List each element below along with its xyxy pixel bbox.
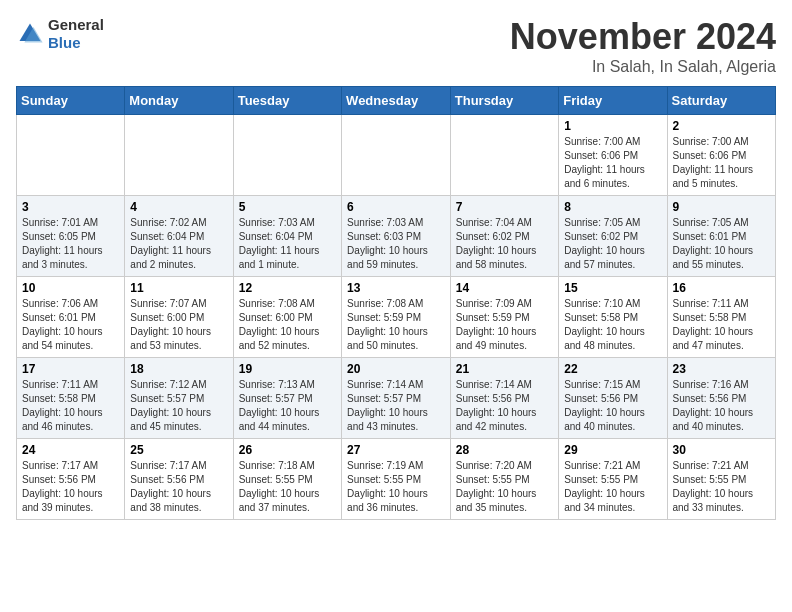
day-info: Sunrise: 7:01 AM Sunset: 6:05 PM Dayligh…: [22, 216, 119, 272]
day-info: Sunrise: 7:15 AM Sunset: 5:56 PM Dayligh…: [564, 378, 661, 434]
day-info: Sunrise: 7:04 AM Sunset: 6:02 PM Dayligh…: [456, 216, 553, 272]
day-info: Sunrise: 7:00 AM Sunset: 6:06 PM Dayligh…: [564, 135, 661, 191]
day-number: 2: [673, 119, 771, 133]
calendar-cell: [125, 115, 233, 196]
title-section: November 2024 In Salah, In Salah, Algeri…: [510, 16, 776, 76]
calendar-cell: 1Sunrise: 7:00 AM Sunset: 6:06 PM Daylig…: [559, 115, 667, 196]
calendar-cell: 3Sunrise: 7:01 AM Sunset: 6:05 PM Daylig…: [17, 196, 125, 277]
calendar-cell: 11Sunrise: 7:07 AM Sunset: 6:00 PM Dayli…: [125, 277, 233, 358]
day-info: Sunrise: 7:18 AM Sunset: 5:55 PM Dayligh…: [239, 459, 336, 515]
weekday-header-thursday: Thursday: [450, 87, 558, 115]
day-number: 17: [22, 362, 119, 376]
day-info: Sunrise: 7:19 AM Sunset: 5:55 PM Dayligh…: [347, 459, 445, 515]
day-number: 14: [456, 281, 553, 295]
day-number: 26: [239, 443, 336, 457]
calendar-cell: 4Sunrise: 7:02 AM Sunset: 6:04 PM Daylig…: [125, 196, 233, 277]
calendar-cell: 10Sunrise: 7:06 AM Sunset: 6:01 PM Dayli…: [17, 277, 125, 358]
day-number: 13: [347, 281, 445, 295]
day-info: Sunrise: 7:08 AM Sunset: 5:59 PM Dayligh…: [347, 297, 445, 353]
day-number: 20: [347, 362, 445, 376]
calendar-cell: 24Sunrise: 7:17 AM Sunset: 5:56 PM Dayli…: [17, 439, 125, 520]
day-number: 18: [130, 362, 227, 376]
day-info: Sunrise: 7:09 AM Sunset: 5:59 PM Dayligh…: [456, 297, 553, 353]
calendar-cell: 30Sunrise: 7:21 AM Sunset: 5:55 PM Dayli…: [667, 439, 776, 520]
day-info: Sunrise: 7:07 AM Sunset: 6:00 PM Dayligh…: [130, 297, 227, 353]
calendar-cell: 19Sunrise: 7:13 AM Sunset: 5:57 PM Dayli…: [233, 358, 341, 439]
day-number: 6: [347, 200, 445, 214]
day-number: 8: [564, 200, 661, 214]
calendar-week-row: 17Sunrise: 7:11 AM Sunset: 5:58 PM Dayli…: [17, 358, 776, 439]
calendar-week-row: 1Sunrise: 7:00 AM Sunset: 6:06 PM Daylig…: [17, 115, 776, 196]
logo: General Blue: [16, 16, 104, 52]
day-number: 1: [564, 119, 661, 133]
calendar-cell: 22Sunrise: 7:15 AM Sunset: 5:56 PM Dayli…: [559, 358, 667, 439]
month-title: November 2024: [510, 16, 776, 58]
calendar-cell: 21Sunrise: 7:14 AM Sunset: 5:56 PM Dayli…: [450, 358, 558, 439]
day-info: Sunrise: 7:16 AM Sunset: 5:56 PM Dayligh…: [673, 378, 771, 434]
day-info: Sunrise: 7:12 AM Sunset: 5:57 PM Dayligh…: [130, 378, 227, 434]
calendar-cell: 17Sunrise: 7:11 AM Sunset: 5:58 PM Dayli…: [17, 358, 125, 439]
day-info: Sunrise: 7:05 AM Sunset: 6:01 PM Dayligh…: [673, 216, 771, 272]
day-info: Sunrise: 7:05 AM Sunset: 6:02 PM Dayligh…: [564, 216, 661, 272]
page-header: General Blue November 2024 In Salah, In …: [16, 16, 776, 76]
calendar-cell: 16Sunrise: 7:11 AM Sunset: 5:58 PM Dayli…: [667, 277, 776, 358]
weekday-header-tuesday: Tuesday: [233, 87, 341, 115]
day-number: 16: [673, 281, 771, 295]
day-number: 30: [673, 443, 771, 457]
day-number: 19: [239, 362, 336, 376]
weekday-header-sunday: Sunday: [17, 87, 125, 115]
calendar-cell: 28Sunrise: 7:20 AM Sunset: 5:55 PM Dayli…: [450, 439, 558, 520]
day-number: 28: [456, 443, 553, 457]
day-info: Sunrise: 7:03 AM Sunset: 6:04 PM Dayligh…: [239, 216, 336, 272]
day-number: 21: [456, 362, 553, 376]
day-number: 12: [239, 281, 336, 295]
calendar-cell: 7Sunrise: 7:04 AM Sunset: 6:02 PM Daylig…: [450, 196, 558, 277]
calendar-week-row: 10Sunrise: 7:06 AM Sunset: 6:01 PM Dayli…: [17, 277, 776, 358]
day-number: 10: [22, 281, 119, 295]
calendar-cell: 26Sunrise: 7:18 AM Sunset: 5:55 PM Dayli…: [233, 439, 341, 520]
day-number: 3: [22, 200, 119, 214]
logo-blue-text: Blue: [48, 34, 104, 52]
calendar-week-row: 3Sunrise: 7:01 AM Sunset: 6:05 PM Daylig…: [17, 196, 776, 277]
day-info: Sunrise: 7:03 AM Sunset: 6:03 PM Dayligh…: [347, 216, 445, 272]
weekday-header-monday: Monday: [125, 87, 233, 115]
day-info: Sunrise: 7:11 AM Sunset: 5:58 PM Dayligh…: [22, 378, 119, 434]
weekday-header-saturday: Saturday: [667, 87, 776, 115]
logo-icon: [16, 20, 44, 48]
day-info: Sunrise: 7:14 AM Sunset: 5:57 PM Dayligh…: [347, 378, 445, 434]
calendar-cell: [17, 115, 125, 196]
calendar-cell: 14Sunrise: 7:09 AM Sunset: 5:59 PM Dayli…: [450, 277, 558, 358]
calendar-cell: 5Sunrise: 7:03 AM Sunset: 6:04 PM Daylig…: [233, 196, 341, 277]
calendar-cell: 23Sunrise: 7:16 AM Sunset: 5:56 PM Dayli…: [667, 358, 776, 439]
day-info: Sunrise: 7:20 AM Sunset: 5:55 PM Dayligh…: [456, 459, 553, 515]
day-info: Sunrise: 7:11 AM Sunset: 5:58 PM Dayligh…: [673, 297, 771, 353]
calendar-week-row: 24Sunrise: 7:17 AM Sunset: 5:56 PM Dayli…: [17, 439, 776, 520]
day-info: Sunrise: 7:21 AM Sunset: 5:55 PM Dayligh…: [564, 459, 661, 515]
calendar-cell: 15Sunrise: 7:10 AM Sunset: 5:58 PM Dayli…: [559, 277, 667, 358]
day-number: 24: [22, 443, 119, 457]
logo-general-text: General: [48, 16, 104, 34]
day-number: 29: [564, 443, 661, 457]
calendar-table: SundayMondayTuesdayWednesdayThursdayFrid…: [16, 86, 776, 520]
calendar-cell: 12Sunrise: 7:08 AM Sunset: 6:00 PM Dayli…: [233, 277, 341, 358]
location-title: In Salah, In Salah, Algeria: [510, 58, 776, 76]
calendar-cell: 25Sunrise: 7:17 AM Sunset: 5:56 PM Dayli…: [125, 439, 233, 520]
weekday-header-wednesday: Wednesday: [342, 87, 451, 115]
day-info: Sunrise: 7:08 AM Sunset: 6:00 PM Dayligh…: [239, 297, 336, 353]
calendar-cell: 9Sunrise: 7:05 AM Sunset: 6:01 PM Daylig…: [667, 196, 776, 277]
day-number: 5: [239, 200, 336, 214]
calendar-cell: 8Sunrise: 7:05 AM Sunset: 6:02 PM Daylig…: [559, 196, 667, 277]
calendar-cell: 2Sunrise: 7:00 AM Sunset: 6:06 PM Daylig…: [667, 115, 776, 196]
calendar-cell: 20Sunrise: 7:14 AM Sunset: 5:57 PM Dayli…: [342, 358, 451, 439]
calendar-cell: [342, 115, 451, 196]
weekday-header-friday: Friday: [559, 87, 667, 115]
day-number: 11: [130, 281, 227, 295]
day-number: 7: [456, 200, 553, 214]
day-number: 9: [673, 200, 771, 214]
weekday-header-row: SundayMondayTuesdayWednesdayThursdayFrid…: [17, 87, 776, 115]
day-number: 27: [347, 443, 445, 457]
day-number: 4: [130, 200, 227, 214]
calendar-cell: 6Sunrise: 7:03 AM Sunset: 6:03 PM Daylig…: [342, 196, 451, 277]
day-number: 23: [673, 362, 771, 376]
calendar-cell: [450, 115, 558, 196]
